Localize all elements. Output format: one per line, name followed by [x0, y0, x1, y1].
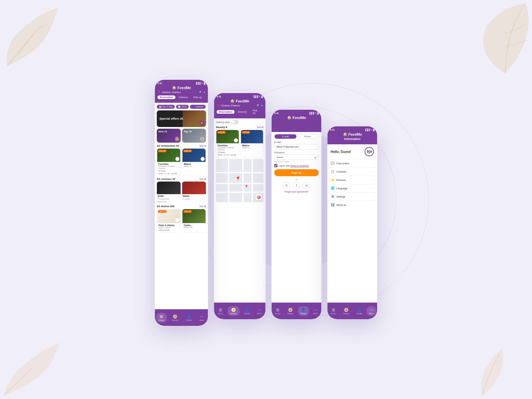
p4-nearby-icon: 🧭 [344, 308, 349, 312]
phone-4-info: 9:41 ▐▐▐ ⊙ ▓ 🏠 FeedMe Information Hello,… [328, 126, 377, 319]
google-login-btn[interactable]: G [283, 182, 290, 189]
nav-home[interactable]: ⊞ Home [156, 313, 167, 323]
p2-search-icon[interactable]: 🔍 [257, 104, 260, 107]
p2-nav-nearby[interactable]: 🧭 Nearby [228, 306, 239, 316]
tab-reservation[interactable]: Reservation [158, 95, 176, 99]
info-header-label: Information [330, 137, 375, 141]
cuisine-card-2[interactable]: Italian 8 restau... [182, 182, 206, 203]
p2-restaurant-card-2[interactable]: 10% off Milano Italian cu... [240, 130, 264, 157]
p3-nav-profile[interactable]: 👤 Profile [298, 306, 309, 316]
p3-nav-home[interactable]: ⊞ Home [272, 306, 283, 316]
mini-card-top[interactable]: Top 15 🏆 [182, 129, 206, 143]
leaf-topleft [0, 0, 73, 73]
search-icon[interactable]: 🔍 [199, 91, 202, 94]
p3-home-icon: ⊞ [276, 308, 279, 312]
forgot-password-link[interactable]: Forgot your password? [274, 191, 319, 193]
tab-delivery[interactable]: Delivery [177, 95, 190, 99]
phone2-location-bar: 📍 Ukraine, Kharkov 🔍 ≡ [217, 104, 263, 107]
p4-nav-nearby[interactable]: 🧭 Nearby [340, 306, 352, 316]
language-icon: 🌐 [331, 187, 334, 190]
delivery-toggle-wrap: Delivery area [216, 120, 264, 124]
p2-restaurant-cuisine-2: Italian cu... [242, 147, 262, 149]
p2-wifi-icon: ⊙ [258, 95, 260, 98]
dish-cards: 15% off ♡ Pene 4 cheese Italian cuisine … [157, 209, 206, 232]
p4-nav-more[interactable]: ⋯ More [366, 306, 376, 316]
p3-nav-more[interactable]: ⋯ More [311, 306, 321, 316]
agree-checkbox[interactable] [274, 164, 278, 167]
new-badge: 🍔 [175, 137, 180, 141]
facebook-login-btn[interactable]: f [293, 182, 300, 189]
nav-profile[interactable]: 👤 Profile [184, 313, 195, 323]
p2-heart-1[interactable]: ♡ [234, 138, 238, 142]
cuisine-card-1[interactable]: Asian 5 restaurants Open now [157, 182, 181, 203]
chat-icon: 💬 [331, 162, 334, 165]
mini-card-new[interactable]: New 10 🍔 [157, 129, 181, 143]
dishes-see-all[interactable]: See all [200, 205, 206, 207]
terms-link[interactable]: Terms & Conditions [290, 165, 309, 167]
map-area[interactable]: 📍 📍 🎯 [216, 159, 264, 202]
dish-heart-1[interactable]: ♡ [176, 218, 180, 222]
password-input[interactable] [274, 154, 319, 160]
heart-btn-1[interactable]: ♡ [176, 157, 180, 161]
filter-persons[interactable]: 👤 2 person [190, 105, 206, 109]
signup-button[interactable]: Sign up [274, 169, 319, 176]
signup-tab[interactable]: Sign up [297, 120, 319, 127]
restaurant-card-1[interactable]: 15% off ♡ Forchino European & Italian cu… [157, 148, 181, 176]
p2-nav-home-label: Home [218, 313, 223, 315]
restaurants-see-all[interactable]: See all [200, 145, 206, 147]
nav-more[interactable]: ⋯ More [197, 313, 207, 323]
menu-item-settings[interactable]: ⚙️ Settings › [328, 192, 377, 200]
special-offers-banner[interactable]: Special offers 20 🎁 [157, 110, 206, 127]
phone3-app-logo: 🏠 FeedMe [274, 115, 319, 120]
dish-card-2[interactable]: 10% off Carbo... Italian cui... [182, 209, 206, 232]
nav-nearby[interactable]: 🧭 Nearby [169, 313, 181, 323]
restaurant-card-2[interactable]: 10% off ♡ Milano Italian cu... [182, 148, 206, 176]
p2-see-all[interactable]: See all [257, 126, 264, 128]
p2-nav-home[interactable]: ⊞ Home [215, 306, 226, 316]
dish-card-1[interactable]: 15% off ♡ Pene 4 cheese Italian cuisine … [157, 209, 181, 232]
p3-nav-home-label: Home [275, 313, 280, 315]
p3-more-icon: ⋯ [314, 308, 318, 312]
home-nav-icon: ⊞ [160, 314, 163, 319]
tab-pickup[interactable]: Pick up [191, 95, 204, 99]
p4-nav-home[interactable]: ⊞ Home [328, 306, 339, 316]
menu-item-chat[interactable]: 💬 Chat-online › [328, 159, 377, 167]
cuisines-see-all[interactable]: See all [200, 178, 206, 180]
restaurant-info-2: Milano Italian cu... [183, 162, 206, 168]
menu-item-contacts[interactable]: 📋 Contacts › [328, 167, 377, 176]
menu-item-about[interactable]: ℹ️ About us › [328, 200, 377, 209]
p2-tab-reservation[interactable]: Reservation [217, 110, 235, 114]
restaurant-cuisine-2: Italian cu... [184, 165, 204, 167]
map-location-btn[interactable]: 🎯 [256, 194, 262, 200]
map-road-v3 [252, 159, 253, 202]
dish-cuisine-2: Italian cui... [184, 226, 204, 228]
delivery-toggle[interactable] [231, 120, 239, 124]
p2-filter-icon[interactable]: ≡ [261, 104, 263, 107]
phone1-filter-bar: 📅 Tue, 5 May 🕐 19:30 👤 2 person [157, 105, 206, 109]
instagram-login-btn[interactable]: ◎ [303, 182, 310, 189]
filter-time[interactable]: 🕐 19:30 [176, 105, 189, 109]
phone3-time: 9:41 [274, 112, 279, 114]
p2-tab-delivery[interactable]: Delivery [236, 110, 249, 114]
dish-discount-1: 15% off [158, 210, 167, 213]
heart-btn-2[interactable]: ♡ [201, 157, 205, 161]
p2-tab-pickup[interactable]: Pick up [250, 109, 263, 115]
email-input[interactable] [274, 144, 319, 150]
menu-item-language[interactable]: 🌐 Language › [328, 184, 377, 192]
email-toggle-email[interactable]: E-mail [275, 134, 297, 139]
p2-nav-profile[interactable]: 👤 Profile [241, 306, 252, 316]
filter-date[interactable]: 📅 Tue, 5 May [157, 105, 175, 109]
phones-container: 9:41 ▐▐▐ ⊙ ▓ 🏠 FeedMe 📍 Ukraine, Kharkov… [155, 80, 377, 319]
p4-nav-profile[interactable]: 👤 Profile [354, 306, 365, 316]
filter-icon[interactable]: ≡ [204, 91, 205, 94]
nearby-nav-icon: 🧭 [173, 314, 178, 319]
contacts-label: Contacts [336, 170, 346, 173]
signin-tab[interactable]: Sign in [274, 120, 297, 127]
p2-nav-more[interactable]: ⋯ More [255, 306, 265, 316]
email-toggle-phone[interactable]: Phone [297, 134, 319, 139]
cuisine-sub-1: 5 restaurants [157, 198, 181, 200]
menu-item-reviews[interactable]: ⭐ Reviews › [328, 176, 377, 184]
p3-nav-nearby[interactable]: 🧭 Nearby [285, 306, 296, 316]
password-eye-icon[interactable]: 👁 [314, 156, 317, 160]
p2-restaurant-card-1[interactable]: 15% off ♡ Forchino European & Italian cu… [216, 130, 239, 157]
